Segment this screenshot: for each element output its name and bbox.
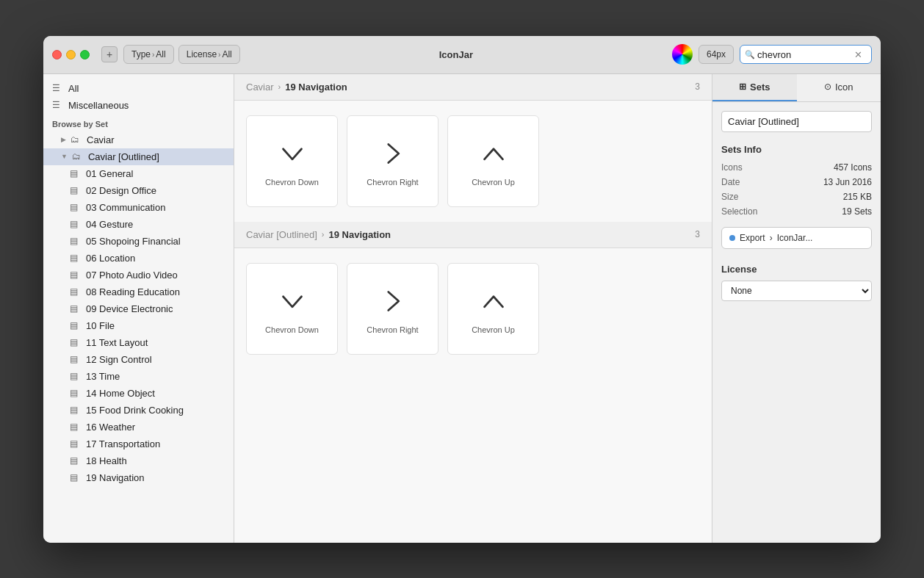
license-select[interactable]: None MIT Apache CC	[721, 281, 872, 301]
list-icon: ▤	[70, 219, 82, 229]
list-icon: ▤	[70, 371, 82, 381]
sets-info-title: Sets Info	[721, 144, 872, 155]
sidebar-item-04-gesture[interactable]: ▤ 04 Gesture	[43, 216, 234, 233]
main-content: ☰ All ☰ Miscellaneous Browse by Set ▶ 🗂 …	[43, 74, 881, 543]
list-icon: ▤	[70, 185, 82, 195]
sidebar-item-13-time[interactable]: ▤ 13 Time	[43, 368, 234, 385]
export-dot-icon	[729, 235, 735, 241]
clear-search-button[interactable]: ✕	[854, 49, 862, 60]
list-icon: ▤	[70, 455, 82, 466]
set-title-field[interactable]	[721, 111, 872, 132]
list-icon: ▤	[70, 202, 82, 212]
list-icon: ▤	[70, 354, 82, 364]
arrow-icon: ›	[152, 51, 154, 59]
sidebar-item-19-navigation[interactable]: ▤ 19 Navigation	[43, 469, 234, 486]
icon-cell-chevron-down-1[interactable]: Chevron Down	[246, 115, 338, 207]
color-wheel-button[interactable]	[672, 44, 693, 65]
folder-icon: 🗂	[71, 134, 82, 145]
section-header-caviar: Caviar › 19 Navigation 3	[234, 74, 712, 101]
sidebar-item-02-design-office[interactable]: ▤ 02 Design Office	[43, 182, 234, 199]
chevron-down-svg	[274, 135, 311, 172]
license-filter-pill[interactable]: License › All	[178, 45, 240, 64]
license-label: License	[721, 264, 872, 275]
chevron-down-outlined-svg	[274, 283, 311, 319]
sidebar-item-14-home[interactable]: ▤ 14 Home Object	[43, 385, 234, 402]
list-icon: ▤	[70, 286, 82, 297]
type-filter-pill[interactable]: Type › All	[123, 45, 174, 64]
add-button[interactable]: +	[101, 46, 118, 62]
sidebar-item-caviar-outlined[interactable]: ▼ 🗂 Caviar [Outlined]	[43, 148, 234, 165]
list-icon: ▤	[70, 303, 82, 314]
icon-cell-chevron-up-1[interactable]: Chevron Up	[447, 115, 539, 207]
folder-icon: ☰	[52, 100, 64, 110]
icon-cell-chevron-up-2[interactable]: Chevron Up	[447, 263, 539, 355]
list-icon: ▤	[70, 405, 82, 415]
list-icon: ▤	[70, 422, 82, 432]
icon-cell-chevron-right-2[interactable]: Chevron Right	[347, 263, 438, 355]
sidebar-item-06-location[interactable]: ▤ 06 Location	[43, 250, 234, 267]
titlebar: + Type › All License › All IconJar 64px …	[43, 36, 881, 74]
sidebar-item-caviar[interactable]: ▶ 🗂 Caviar	[43, 131, 234, 148]
traffic-lights	[52, 50, 90, 59]
chevron-up-svg	[475, 135, 512, 172]
sidebar-item-18-health[interactable]: ▤ 18 Health	[43, 452, 234, 469]
search-box[interactable]: 🔍 ✕	[740, 45, 872, 64]
minimize-button[interactable]	[66, 50, 76, 59]
list-icon: ▤	[70, 388, 82, 398]
icon-cell-chevron-down-2[interactable]: Chevron Down	[246, 263, 338, 355]
export-button[interactable]: Export › IconJar...	[721, 227, 872, 249]
chevron-down-icon: ▼	[61, 153, 68, 160]
sidebar-item-miscellaneous[interactable]: ☰ Miscellaneous	[43, 97, 234, 114]
panel-content: Sets Info Icons 457 Icons Date 13 Jun 20…	[712, 102, 881, 543]
list-icon: ▤	[70, 236, 82, 246]
list-icon: ▤	[70, 253, 82, 263]
list-icon: ▤	[70, 337, 82, 347]
info-row-size: Size 215 KB	[721, 192, 872, 202]
icon-tab-icon: ⊙	[824, 82, 831, 92]
sidebar-item-all[interactable]: ☰ All	[43, 80, 234, 97]
section-header-caviar-outlined: Caviar [Outlined] › 19 Navigation 3	[234, 222, 712, 248]
tab-icon[interactable]: ⊙ Icon	[797, 74, 881, 101]
sidebar: ☰ All ☰ Miscellaneous Browse by Set ▶ 🗂 …	[43, 74, 234, 543]
license-section: License None MIT Apache CC	[721, 264, 872, 301]
sidebar-item-10-file[interactable]: ▤ 10 File	[43, 317, 234, 334]
window-title: IconJar	[246, 49, 666, 60]
info-row-icons: Icons 457 Icons	[721, 162, 872, 173]
list-icon: ▤	[70, 168, 82, 178]
sidebar-section-browse: Browse by Set	[43, 114, 234, 131]
arrow-icon: ›	[218, 51, 220, 59]
info-row-date: Date 13 Jun 2016	[721, 177, 872, 187]
app-window: + Type › All License › All IconJar 64px …	[43, 36, 881, 543]
chevron-up-outlined-svg	[475, 283, 512, 319]
size-button[interactable]: 64px	[699, 45, 734, 64]
list-icon: ▤	[70, 320, 82, 330]
search-icon: 🔍	[745, 50, 755, 59]
list-icon: ▤	[70, 472, 82, 483]
info-row-selection: Selection 19 Sets	[721, 206, 872, 217]
sets-tab-icon: ⊞	[739, 82, 746, 92]
search-input[interactable]	[757, 49, 853, 60]
close-button[interactable]	[52, 50, 62, 59]
chevron-right-svg	[375, 135, 411, 172]
sidebar-item-12-sign[interactable]: ▤ 12 Sign Control	[43, 351, 234, 368]
chevron-right-icon: ▶	[61, 136, 66, 143]
maximize-button[interactable]	[80, 50, 90, 59]
sidebar-item-09-device[interactable]: ▤ 09 Device Electronic	[43, 300, 234, 317]
sidebar-item-16-weather[interactable]: ▤ 16 Weather	[43, 419, 234, 436]
sidebar-item-15-food[interactable]: ▤ 15 Food Drink Cooking	[43, 402, 234, 419]
sidebar-item-01-general[interactable]: ▤ 01 General	[43, 165, 234, 182]
icon-cell-chevron-right-1[interactable]: Chevron Right	[347, 115, 438, 207]
folder-icon: 🗂	[72, 151, 84, 162]
sidebar-item-11-text-layout[interactable]: ▤ 11 Text Layout	[43, 334, 234, 351]
sidebar-item-03-communication[interactable]: ▤ 03 Communication	[43, 199, 234, 216]
toolbar-right: 64px 🔍 ✕	[672, 44, 872, 65]
icon-grid-section2: Chevron Down Chevron Right Chevron Up	[234, 248, 712, 369]
sidebar-item-08-reading[interactable]: ▤ 08 Reading Education	[43, 283, 234, 300]
breadcrumb-chevron-icon: ›	[322, 230, 325, 239]
tab-sets[interactable]: ⊞ Sets	[712, 74, 797, 101]
sidebar-item-17-transportation[interactable]: ▤ 17 Transportation	[43, 436, 234, 452]
chevron-right-outlined-svg	[375, 283, 411, 319]
panel-tabs: ⊞ Sets ⊙ Icon	[712, 74, 881, 102]
sidebar-item-07-photo[interactable]: ▤ 07 Photo Audio Video	[43, 267, 234, 283]
sidebar-item-05-shopping[interactable]: ▤ 05 Shopoing Financial	[43, 233, 234, 250]
